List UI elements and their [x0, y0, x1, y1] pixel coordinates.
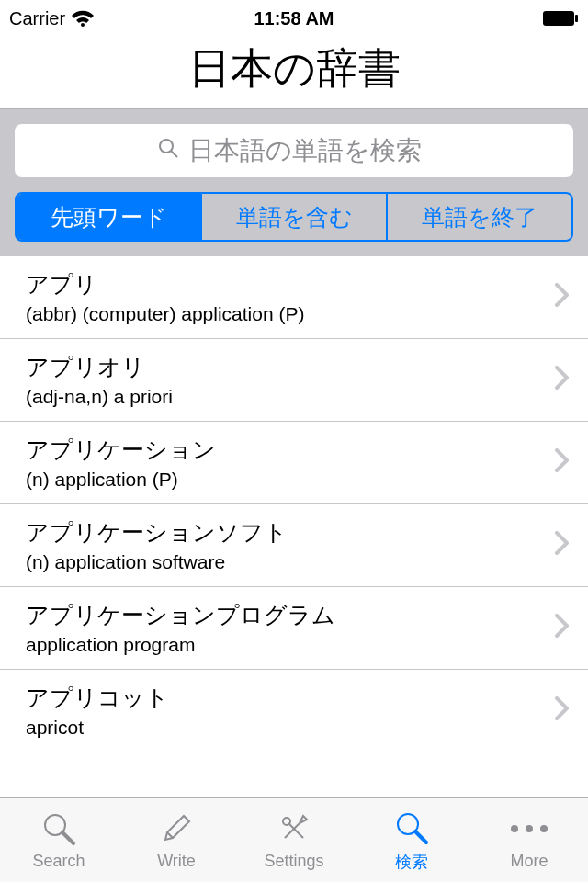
segment-starts-with[interactable]: 先頭ワード: [17, 194, 200, 240]
entry-word: アプリオリ: [26, 352, 546, 382]
entry-definition: (n) application (P): [26, 469, 546, 491]
row-text: アプリケーションプログラム application program: [26, 600, 546, 656]
entry-definition: application program: [26, 634, 546, 656]
page-title: 日本の辞書: [0, 40, 588, 97]
time-label: 11:58 AM: [254, 8, 334, 29]
tab-settings[interactable]: Settings: [235, 798, 353, 882]
battery-icon: [542, 10, 579, 27]
list-item[interactable]: アプリケーション (n) application (P): [0, 422, 588, 504]
svg-point-2: [160, 140, 173, 153]
entry-definition: (abbr) (computer) application (P): [26, 303, 546, 325]
entry-definition: (adj-na,n) a priori: [26, 386, 546, 408]
pencil-icon: [158, 809, 195, 848]
segment-ends-with[interactable]: 単語を終了: [386, 194, 571, 240]
search-input[interactable]: 日本語の単語を検索: [15, 124, 573, 177]
entry-word: アプリケーションプログラム: [26, 600, 546, 630]
results-list[interactable]: アプリ (abbr) (computer) application (P) アプ…: [0, 256, 588, 797]
search-area: 日本語の単語を検索 先頭ワード 単語を含む 単語を終了: [0, 109, 588, 256]
list-item[interactable]: アプリオリ (adj-na,n) a priori: [0, 339, 588, 422]
entry-definition: (n) application software: [26, 551, 546, 573]
carrier-label: Carrier: [9, 8, 65, 29]
chevron-right-icon: [555, 611, 570, 645]
chevron-right-icon: [555, 694, 570, 728]
tab-label: Search: [32, 852, 85, 871]
svg-rect-0: [543, 11, 574, 26]
svg-line-3: [171, 151, 177, 157]
search-placeholder: 日本語の単語を検索: [188, 133, 422, 168]
svg-line-10: [415, 831, 426, 842]
tab-label: Settings: [264, 852, 323, 871]
segmented-control: 先頭ワード 単語を含む 単語を終了: [15, 192, 573, 242]
entry-word: アプリ: [26, 269, 546, 300]
chevron-right-icon: [555, 363, 570, 397]
chevron-right-icon: [555, 280, 570, 314]
tab-label: More: [510, 852, 548, 871]
svg-line-7: [288, 823, 303, 838]
svg-point-8: [283, 818, 290, 825]
svg-line-5: [62, 832, 74, 843]
chevron-right-icon: [555, 528, 570, 562]
row-text: アプリ (abbr) (computer) application (P): [26, 269, 546, 325]
tab-search[interactable]: Search: [0, 798, 118, 882]
tab-検索[interactable]: 検索: [353, 798, 470, 882]
svg-rect-1: [575, 15, 578, 22]
search-icon: [157, 136, 179, 165]
entry-word: アプリケーションソフト: [26, 517, 546, 548]
nav-bar: 日本の辞書: [0, 37, 588, 109]
list-item[interactable]: アプリコット apricot: [0, 670, 588, 752]
status-bar: Carrier 11:58 AM: [0, 0, 588, 37]
entry-word: アプリコット: [26, 683, 546, 713]
list-item[interactable]: アプリ (abbr) (computer) application (P): [0, 256, 588, 339]
tab-more[interactable]: More: [470, 798, 588, 882]
row-text: アプリケーションソフト (n) application software: [26, 517, 546, 573]
chevron-right-icon: [555, 446, 570, 480]
entry-word: アプリケーション: [26, 435, 546, 465]
segment-contains[interactable]: 単語を含む: [200, 194, 386, 240]
list-item[interactable]: アプリケーションプログラム application program: [0, 587, 588, 670]
tools-icon: [276, 809, 312, 848]
tab-bar: Search Write Settings 検索 More: [0, 797, 588, 882]
row-text: アプリオリ (adj-na,n) a priori: [26, 352, 546, 408]
entry-definition: apricot: [26, 717, 546, 739]
row-text: アプリコット apricot: [26, 683, 546, 739]
search-icon: [40, 809, 77, 848]
search-icon: [393, 808, 430, 847]
row-text: アプリケーション (n) application (P): [26, 435, 546, 491]
tab-write[interactable]: Write: [118, 798, 235, 882]
list-item[interactable]: アプリケーションソフト (n) application software: [0, 504, 588, 587]
wifi-icon: [71, 9, 95, 28]
more-icon: [511, 809, 548, 848]
tab-label: Write: [157, 852, 196, 871]
tab-label: 検索: [395, 851, 428, 873]
